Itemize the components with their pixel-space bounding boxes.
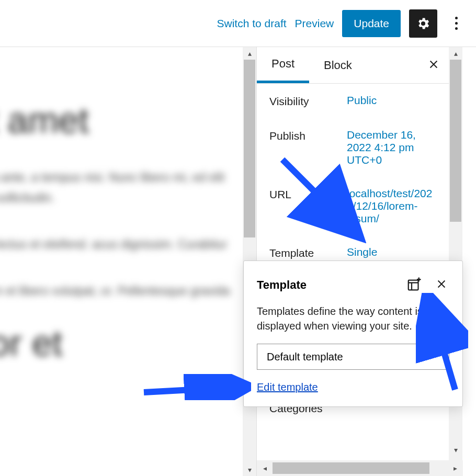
editor-toolbar: Switch to draft Preview Update (0, 0, 476, 47)
scroll-thumb[interactable] (244, 60, 255, 237)
url-value[interactable]: localhost/test/2022/12/16/lorem-ipsum/ (347, 187, 436, 225)
preview-button[interactable]: Preview (295, 17, 334, 30)
visibility-label: Visibility (269, 94, 343, 108)
popover-description: Templates define the way content is disp… (257, 304, 449, 333)
scroll-left-icon[interactable]: ◂ (257, 460, 273, 476)
visibility-value[interactable]: Public (347, 94, 436, 107)
scroll-right-icon[interactable]: ▸ (447, 460, 463, 476)
svg-rect-0 (409, 280, 418, 290)
editor-canvas: it amet inia ante, a tempus nisi. Nunc l… (0, 47, 256, 476)
new-template-button[interactable] (404, 274, 424, 296)
row-publish: Publish December 16, 2022 4:12 pm UTC+0 (257, 118, 449, 177)
sidebar-tabs: Post Block (257, 47, 449, 84)
update-button[interactable]: Update (342, 10, 401, 37)
popover-title: Template (257, 278, 307, 292)
post-paragraph: inia ante, a tempus nisi. Nunc libero mi… (0, 167, 241, 208)
add-template-icon (406, 276, 422, 292)
scroll-down-icon[interactable]: ▾ (449, 444, 462, 456)
publish-label: Publish (269, 129, 343, 142)
post-heading: tor et (0, 322, 241, 364)
template-select[interactable]: Default template (257, 344, 449, 370)
publish-value[interactable]: December 16, 2022 4:12 pm UTC+0 (347, 129, 436, 166)
scroll-up-icon[interactable]: ▴ (449, 47, 462, 60)
url-label: URL (269, 187, 343, 201)
close-sidebar-button[interactable] (428, 58, 439, 73)
tab-post[interactable]: Post (257, 47, 309, 83)
post-title: it amet (0, 99, 241, 141)
scroll-down-icon[interactable]: ▾ (243, 463, 256, 476)
sidebar-horizontal-scrollbar[interactable]: ◂ ▸ (257, 460, 463, 476)
template-popover: Template Templates define the way conten… (243, 260, 463, 407)
scroll-up-icon[interactable]: ▴ (243, 47, 256, 60)
template-label: Template (269, 246, 343, 259)
row-url: URL localhost/test/2022/12/16/lorem-ipsu… (257, 177, 449, 235)
post-paragraph: ac lectus et eleifend. acus dignissim. C… (0, 234, 241, 255)
edit-template-link[interactable]: Edit template (257, 381, 318, 393)
post-paragraph: dum et libero volutpat, or. Pellentesque… (0, 281, 241, 301)
more-options-button[interactable] (446, 9, 467, 38)
row-visibility: Visibility Public (257, 84, 449, 118)
close-icon (428, 59, 439, 70)
settings-button[interactable] (409, 9, 437, 38)
scroll-thumb[interactable] (273, 462, 429, 474)
tab-block[interactable]: Block (309, 47, 367, 83)
popover-close-button[interactable] (434, 276, 449, 293)
kebab-icon (455, 17, 458, 30)
gear-icon (416, 16, 430, 31)
close-icon (436, 278, 447, 290)
scroll-thumb[interactable] (450, 60, 461, 222)
switch-to-draft-button[interactable]: Switch to draft (217, 17, 287, 30)
template-value[interactable]: Single (347, 246, 436, 258)
